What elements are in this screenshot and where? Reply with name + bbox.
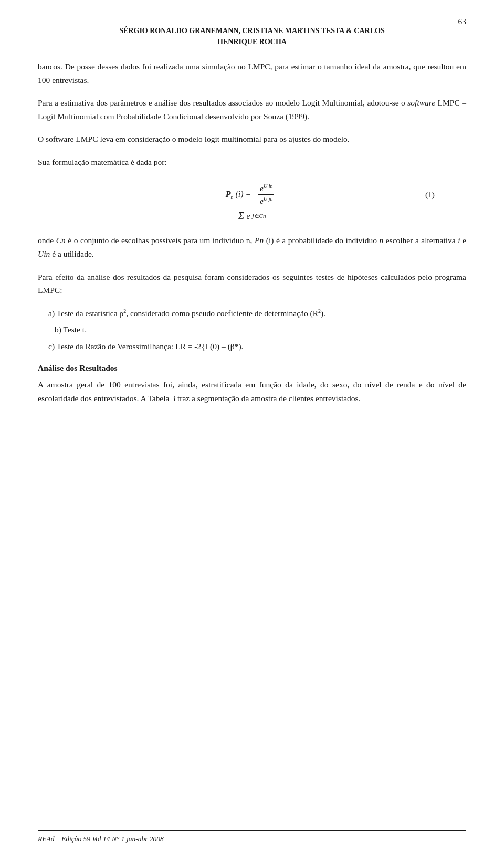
para2-text-pre: Para a estimativa dos parâmetros e análi… xyxy=(38,98,407,107)
header-authors: SÉRGIO RONALDO GRANEMANN, CRISTIANE MART… xyxy=(38,25,466,47)
p5-mid2: (i) é a probabilidade do indivíduo xyxy=(264,236,379,245)
p5-mid3: escolher a alternativa xyxy=(383,236,458,245)
footer-bar: REAd – Edição 59 Vol 14 N° 1 jan-abr 200… xyxy=(38,830,466,843)
formula-pn: Pn (i) = xyxy=(226,190,251,200)
sigma-row: Σ e j∈Cn xyxy=(238,210,266,222)
header-line2: HENRIQUE ROCHA xyxy=(38,36,466,47)
paragraph-1: bancos. De posse desses dados foi realiz… xyxy=(38,60,466,87)
footer-text: REAd – Edição 59 Vol 14 N° 1 jan-abr 200… xyxy=(38,835,164,843)
paragraph-4-formula-intro: Sua formulação matemática é dada por: xyxy=(38,155,466,169)
p5-end: é a utilidade. xyxy=(50,249,94,258)
p5-mid1: é o conjunto de escolhas possíveis para … xyxy=(66,236,255,245)
paragraph-6: Para efeito da análise dos resultados da… xyxy=(38,270,466,297)
p5-pre: onde xyxy=(38,236,56,245)
p5-mid4: e xyxy=(460,236,466,245)
formula-denominator: eU jn xyxy=(258,194,274,206)
sigma-symbol: Σ xyxy=(238,210,245,222)
list-item-c: c) Teste da Razão de Verossimilhança: LR… xyxy=(38,340,466,353)
p7a-pre: a) Teste da estatística ρ xyxy=(48,309,123,318)
formula-fraction: eU in eU jn xyxy=(258,183,274,206)
formula-equation-number: (1) xyxy=(425,190,435,200)
p5-Pn: Pn xyxy=(255,236,264,245)
p5-Uin: Uin xyxy=(38,249,50,258)
p7a-mid: , considerado como pseudo coeficiente de… xyxy=(126,309,318,318)
p7a-end: ). xyxy=(321,309,326,318)
paragraph-5: onde Cn é o conjunto de escolhas possíve… xyxy=(38,234,466,260)
sigma-subscript-jcn: j∈Cn xyxy=(253,213,266,219)
formula-row: Pn (i) = eU in eU jn (1) xyxy=(38,183,466,206)
list-item-a: a) Teste da estatística ρ2, considerado … xyxy=(38,307,466,320)
sigma-e: e xyxy=(246,212,250,221)
section-heading-analise: Análise dos Resultados xyxy=(38,363,466,373)
formula-block: Pn (i) = eU in eU jn (1) Σ e j∈Cn xyxy=(38,183,466,222)
header-line1: SÉRGIO RONALDO GRANEMANN, CRISTIANE MART… xyxy=(38,25,466,36)
paragraph-3: O software LMPC leva em consideração o m… xyxy=(38,132,466,146)
list-item-b: b) Teste t. xyxy=(38,323,466,337)
page-number: 63 xyxy=(458,17,467,26)
p5-Cn: Cn xyxy=(56,236,66,245)
paragraph-2: Para a estimativa dos parâmetros e análi… xyxy=(38,96,466,123)
para2-software-italic: software xyxy=(407,98,435,107)
paragraph-8: A amostra geral de 100 entrevistas foi, … xyxy=(38,378,466,405)
formula-numerator: eU in xyxy=(260,183,272,194)
